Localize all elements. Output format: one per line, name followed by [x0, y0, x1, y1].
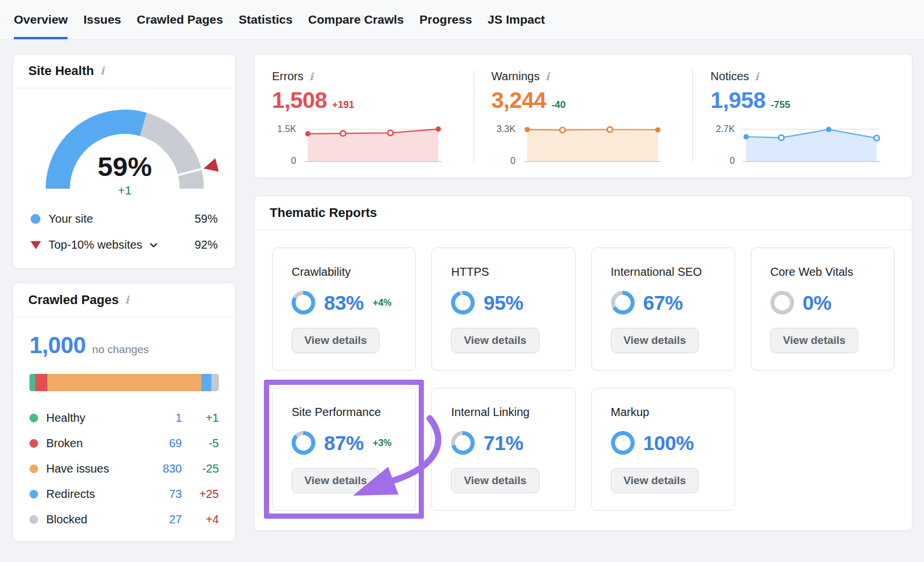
metric-title-row: Noticesi	[710, 70, 903, 83]
thematic-reports-header: Thematic Reports	[255, 196, 912, 230]
thematic-change: +4%	[373, 298, 392, 308]
thematic-card-markup: Markup100%View details	[591, 388, 735, 511]
gauge-value: 59%	[98, 151, 152, 182]
crawled-row-have-issues: Have issues830-25	[29, 456, 219, 481]
axis-max-label: 2.7K	[716, 124, 735, 134]
info-icon[interactable]: i	[100, 66, 105, 76]
metric-title: Errors	[272, 70, 303, 83]
thematic-card-score-row: 83%+4%	[292, 291, 409, 314]
thematic-card-crawlability: Crawlability83%+4%View details	[272, 248, 416, 370]
crawled-row-blocked: Blocked27+4	[29, 507, 219, 532]
metric-notices: Noticesi1,958-7552.7K0	[692, 70, 912, 163]
thematic-percent: 83%	[324, 291, 364, 314]
progress-ring-icon	[770, 291, 794, 314]
gauge-change: +1	[118, 183, 132, 197]
crawled-pages-header: Crawled Pages i	[13, 283, 235, 317]
crawled-pages-note: no changes	[92, 343, 149, 356]
info-icon[interactable]: i	[309, 72, 313, 82]
thematic-card-core-web-vitals: Core Web Vitals0%View details	[751, 248, 895, 370]
crawled-pages-total[interactable]: 1,000	[29, 332, 86, 358]
view-details-button[interactable]: View details	[611, 328, 699, 353]
thematic-percent: 87%	[324, 432, 364, 455]
sparkline-errors	[302, 122, 444, 163]
thematic-percent: 100%	[643, 432, 694, 455]
thematic-card-score-row: 100%	[611, 431, 729, 455]
metric-value[interactable]: 3,244	[491, 88, 546, 113]
crawled-row-label: Redirects	[46, 488, 148, 501]
crawled-row-value[interactable]: 73	[148, 488, 182, 501]
crawled-pages-bar	[29, 374, 219, 391]
legend-label: Your site	[49, 212, 93, 226]
crawled-pages-title: Crawled Pages	[28, 293, 119, 308]
metric-errors: Errorsi1,508+1911.5K0	[255, 70, 474, 163]
legend-label: Top-10% websites	[49, 238, 142, 252]
view-details-button[interactable]: View details	[292, 468, 379, 493]
metric-title-row: Errorsi	[272, 70, 464, 83]
crawled-pages-card: Crawled Pages i 1,000 no changes Healthy…	[13, 283, 236, 542]
chart-axis: 2.7K0	[710, 122, 740, 163]
legend-dot-icon	[29, 515, 38, 524]
view-details-button[interactable]: View details	[770, 328, 858, 353]
tabs-bar: OverviewIssuesCrawled PagesStatisticsCom…	[0, 0, 924, 40]
chart-axis: 3.3K0	[491, 122, 521, 163]
progress-ring-icon	[292, 291, 315, 314]
view-details-button[interactable]: View details	[451, 468, 539, 493]
metric-value[interactable]: 1,508	[272, 88, 327, 113]
metric-chart-row: 3.3K0	[491, 122, 684, 163]
legend-dot-icon	[29, 439, 38, 448]
crawled-row-value[interactable]: 830	[148, 462, 182, 475]
site-health-gauge-wrap: 59%+1	[13, 88, 235, 201]
metric-title-row: Warningsi	[491, 70, 684, 83]
progress-ring-icon	[451, 291, 475, 314]
thematic-percent: 67%	[643, 291, 683, 314]
thematic-card-title: Core Web Vitals	[770, 265, 888, 279]
site-health-card: Site Health i 59%+1 Your site59%Top-10% …	[13, 54, 236, 269]
thematic-card-title: Markup	[611, 406, 729, 419]
sparkline-notices	[740, 122, 882, 163]
site-health-gauge: 59%+1	[38, 102, 212, 201]
tab-js-impact[interactable]: JS Impact	[487, 0, 545, 39]
chevron-down-icon[interactable]	[148, 239, 159, 251]
info-icon[interactable]: i	[125, 295, 129, 305]
info-icon[interactable]: i	[755, 72, 759, 82]
legend-dot-icon	[29, 464, 38, 473]
axis-zero-label: 0	[291, 156, 296, 166]
crawled-row-label: Have issues	[46, 462, 148, 475]
metric-warnings: Warningsi3,244-403.3K0	[474, 70, 693, 163]
metric-change: +191	[332, 99, 354, 111]
metric-change: -40	[552, 99, 566, 111]
metric-value-row: 3,244-40	[491, 88, 684, 113]
info-icon[interactable]: i	[545, 72, 549, 82]
legend-row-top-10-websites: Top-10% websites92%	[31, 232, 218, 258]
crawled-row-change: +1	[182, 411, 219, 425]
thematic-card-site-performance: Site Performance87%+3%View details	[272, 388, 416, 511]
metrics-panel: Errorsi1,508+1911.5K0Warningsi3,244-403.…	[254, 54, 912, 178]
thematic-card-score-row: 95%	[451, 291, 569, 314]
view-details-button[interactable]: View details	[451, 328, 539, 353]
metric-value-row: 1,508+191	[272, 88, 464, 113]
view-details-button[interactable]: View details	[611, 468, 699, 493]
crawled-row-value[interactable]: 1	[148, 411, 182, 425]
thematic-percent: 0%	[803, 291, 832, 314]
thematic-card-title: Site Performance	[292, 406, 409, 419]
bar-segment-redirects	[202, 374, 211, 391]
thematic-card-title: International SEO	[611, 265, 729, 279]
tab-statistics[interactable]: Statistics	[239, 0, 292, 39]
tab-issues[interactable]: Issues	[83, 0, 121, 39]
tab-progress[interactable]: Progress	[419, 0, 472, 39]
view-details-button[interactable]: View details	[292, 328, 379, 353]
thematic-reports-title: Thematic Reports	[270, 205, 377, 220]
progress-ring-icon	[611, 431, 635, 455]
crawled-row-value[interactable]: 27	[148, 513, 182, 526]
crawled-row-value[interactable]: 69	[148, 437, 182, 450]
axis-zero-label: 0	[511, 156, 516, 166]
metric-value[interactable]: 1,958	[710, 88, 765, 113]
tab-crawled-pages[interactable]: Crawled Pages	[137, 0, 223, 39]
legend-dot-icon	[29, 490, 38, 499]
thematic-card-title: Crawlability	[292, 265, 409, 279]
tab-overview[interactable]: Overview	[14, 0, 68, 39]
legend-row-your-site: Your site59%	[31, 206, 218, 232]
progress-ring-icon	[292, 431, 315, 455]
tab-compare-crawls[interactable]: Compare Crawls	[308, 0, 404, 39]
legend-dot-icon	[29, 414, 38, 422]
